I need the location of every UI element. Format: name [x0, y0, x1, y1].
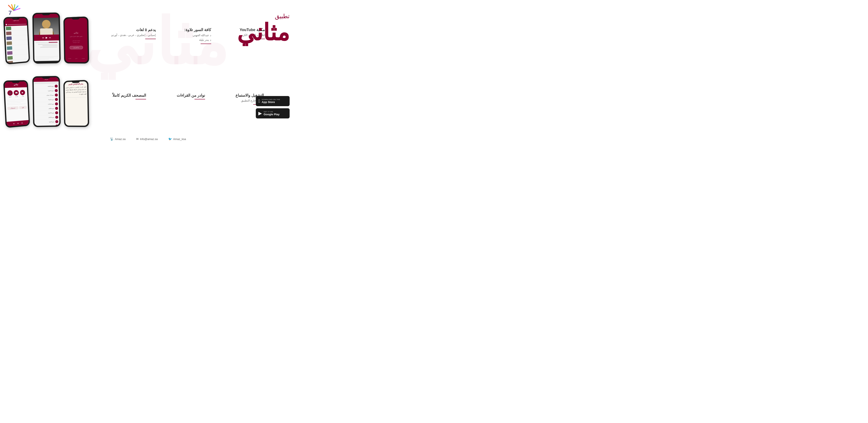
- footer-social: 🐦 Amaz_ksa: [168, 137, 186, 141]
- divider-reciters: [200, 43, 211, 44]
- footer-email: ✉ Info@amaz.sa: [136, 137, 158, 141]
- appstore-text: Download on the App Store: [262, 98, 280, 103]
- store-buttons:  Download on the App Store ▶ GET IT ON …: [256, 96, 290, 118]
- apple-icon: : [258, 98, 260, 104]
- app-label: تطبيق: [237, 13, 290, 20]
- phone-notch-5: [42, 76, 50, 79]
- logo-icon: 7: [6, 4, 21, 16]
- googleplay-text: GET IT ON Google Play: [264, 111, 279, 116]
- appstore-large: App Store: [262, 100, 280, 103]
- googleplay-button[interactable]: ▶ GET IT ON Google Play: [256, 108, 290, 118]
- feature-subtitle-reciters: د عبدالله الجهنيد بندر بليلة: [184, 33, 211, 42]
- phone-home: مثاني 🎧 الاستماع 📖 المصحف ▶: [3, 80, 30, 128]
- phone-quran: بِسْمِ اللَّهِ الرَّحْمَـٰنِ الرَّحِيمِ …: [63, 80, 89, 127]
- phone-notch-4: [12, 80, 20, 83]
- phone-surah-list: القراءات ١ سورة الفاتحة ٢ سورة البقرة ٣: [32, 76, 61, 127]
- feature-title-rare: نوادر من القراءات: [177, 93, 205, 98]
- feature-subtitle-languages: إسباني ، إنجليزي ، عربي ، هندي ، أوردو: [112, 33, 156, 37]
- googleplay-large: Google Play: [264, 113, 279, 116]
- phone-video: ⏮ ▶ ⏭: [32, 12, 61, 64]
- phone-youtube: مكتبة التلاوات: [3, 17, 30, 64]
- phone-notch-2: [42, 13, 50, 16]
- feature-title-languages: يدعم ٥ لغات: [112, 28, 156, 32]
- appstore-small: Download on the: [262, 98, 280, 100]
- email-icon: ✉: [136, 137, 139, 141]
- feature-title-quran: المصحف الكريم كاملاً: [113, 93, 146, 98]
- googleplay-small: GET IT ON: [264, 111, 279, 113]
- app-title: مثاني: [237, 21, 290, 44]
- feature-title-reciters: كافة السور تلاوة:: [184, 28, 211, 32]
- app-info: تطبيق مثاني: [237, 13, 290, 48]
- divider-rare: [194, 99, 205, 99]
- social-icon: 🐦: [168, 137, 172, 141]
- appstore-button[interactable]:  Download on the App Store: [256, 96, 290, 106]
- logo: 7 amaz: [6, 4, 21, 20]
- svg-text:7: 7: [8, 9, 12, 16]
- logo-text: amaz: [10, 16, 18, 20]
- footer-website: 📡 Amaz.sa: [110, 137, 126, 141]
- label-reciters: كافة السور تلاوة: د عبدالله الجهنيد بندر…: [184, 28, 211, 44]
- divider-languages: [145, 39, 156, 39]
- play-icon: ▶: [258, 111, 262, 116]
- label-quran: المصحف الكريم كاملاً: [113, 93, 146, 99]
- label-rare: نوادر من القراءات: [177, 93, 205, 99]
- label-languages: يدعم ٥ لغات إسباني ، إنجليزي ، عربي ، هن…: [112, 28, 156, 39]
- divider-quran: [135, 99, 146, 99]
- wifi-icon: 📡: [110, 137, 114, 141]
- footer: 📡 Amaz.sa ✉ Info@amaz.sa 🐦 Amaz_ksa: [0, 137, 296, 141]
- phone-splash: مثاني تطبيق لتلاوات القرآن الكريم استمع …: [63, 17, 89, 64]
